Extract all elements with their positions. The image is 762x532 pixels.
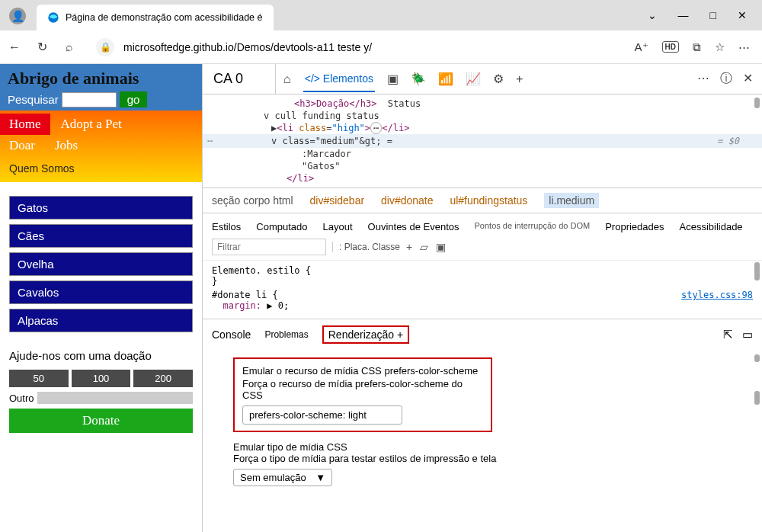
more-icon[interactable]: ⋯ bbox=[738, 40, 750, 54]
flex-icon[interactable]: ▱ bbox=[420, 241, 428, 253]
styles-body[interactable]: Elemento. estilo {} styles.css:98 #donat… bbox=[203, 261, 762, 319]
lock-icon: 🔒 bbox=[96, 38, 114, 56]
url-text: microsoftedge.github.io/Demos/devtools-a… bbox=[123, 41, 372, 53]
hd-icon[interactable]: HD bbox=[662, 41, 679, 53]
color-scheme-select[interactable]: prefers-color-scheme: light bbox=[242, 405, 402, 425]
browser-tab[interactable]: Página de demonstração com acessibilidad… bbox=[37, 5, 274, 30]
refresh-button[interactable]: ↻ bbox=[34, 40, 50, 54]
list-item[interactable]: Cavalos bbox=[9, 280, 193, 304]
help-icon[interactable]: ⓘ bbox=[720, 71, 732, 87]
home-icon[interactable]: ⌂ bbox=[283, 72, 291, 86]
network-icon[interactable]: 📶 bbox=[438, 72, 453, 86]
tab-console[interactable]: Console bbox=[212, 328, 251, 341]
nav-adopt[interactable]: Adopt a Pet bbox=[52, 114, 131, 135]
nav-home[interactable]: Home bbox=[0, 114, 50, 135]
nav-doar[interactable]: Doar bbox=[0, 135, 44, 156]
scrollbar-thumb[interactable] bbox=[754, 391, 760, 405]
tab-propriedades[interactable]: Propriedades bbox=[605, 221, 664, 232]
breadcrumb[interactable]: seção corpo html div#sidebar div#donate … bbox=[203, 187, 762, 213]
favorite-icon[interactable]: ☆ bbox=[715, 40, 725, 54]
outro-label: Outro bbox=[9, 393, 34, 404]
outro-input[interactable] bbox=[37, 392, 193, 404]
emulate-label: Emular o recurso de mídia CSS prefers-co… bbox=[242, 365, 483, 377]
plus-icon[interactable]: + bbox=[406, 241, 412, 253]
search-icon[interactable]: ⌕ bbox=[61, 40, 78, 54]
window-controls: ⌄ — □ ✕ bbox=[648, 9, 762, 30]
minimize-button[interactable]: — bbox=[678, 9, 689, 21]
scrollbar-thumb[interactable] bbox=[754, 98, 760, 108]
css-link[interactable]: styles.css:98 bbox=[681, 290, 753, 300]
media-type-desc: Força o tipo de mídia para testar estilo… bbox=[233, 453, 747, 464]
gear-icon[interactable]: ⚙ bbox=[493, 72, 504, 86]
list-item[interactable]: Ovelha bbox=[9, 252, 193, 276]
prefers-color-scheme-section: Emular o recurso de mídia CSS prefers-co… bbox=[233, 357, 492, 432]
scrollbar-thumb[interactable] bbox=[754, 262, 760, 280]
tab-dom-breakpoints[interactable]: Pontos de interrupção do DOM bbox=[475, 221, 591, 232]
page-content: Abrigo de animais Pesquisar go Home Adop… bbox=[0, 64, 202, 532]
nav-jobs[interactable]: Jobs bbox=[46, 135, 87, 156]
tab-acessibilidade[interactable]: Acessibilidade bbox=[680, 221, 743, 232]
category-list: Gatos Cães Ovelha Cavalos Alpacas bbox=[0, 182, 202, 340]
chevron-down-icon: ▼ bbox=[315, 472, 325, 483]
placa-classe[interactable]: : Placa. Classe bbox=[332, 242, 400, 252]
filter-input[interactable] bbox=[212, 239, 326, 255]
chevron-down-icon[interactable]: ⌄ bbox=[648, 9, 657, 21]
go-button[interactable]: go bbox=[120, 91, 148, 107]
maximize-button[interactable]: □ bbox=[710, 9, 716, 21]
list-item[interactable]: Gatos bbox=[9, 196, 193, 220]
collections-icon[interactable]: ⧉ bbox=[693, 40, 701, 54]
donate-200[interactable]: 200 bbox=[133, 370, 193, 387]
tab-renderizacao[interactable]: Renderização + bbox=[322, 325, 409, 344]
donate-button[interactable]: Donate bbox=[9, 409, 193, 433]
performance-icon[interactable]: 📈 bbox=[466, 72, 481, 86]
profile-avatar[interactable]: 👤 bbox=[9, 8, 26, 24]
donate-heading: Ajude-nos com uma doação bbox=[9, 349, 193, 362]
panel-icon[interactable]: ▭ bbox=[742, 328, 753, 341]
media-type-select[interactable]: Sem emulação▼ bbox=[233, 469, 332, 486]
tab-computado[interactable]: Computado bbox=[256, 221, 307, 232]
app-icon[interactable]: ▣ bbox=[387, 72, 399, 86]
devtools-panel: CA 0 ⌂ </> Elementos ▣ 🪲 📶 📈 ⚙ + ⋯ ⓘ ✕ <… bbox=[202, 64, 762, 532]
plus-icon[interactable]: + bbox=[516, 72, 523, 86]
dock-icon[interactable]: ⇱ bbox=[723, 328, 733, 341]
back-button[interactable]: ← bbox=[6, 40, 23, 54]
titlebar: 👤 Página de demonstração com acessibilid… bbox=[0, 0, 762, 30]
donate-100[interactable]: 100 bbox=[72, 370, 131, 387]
edge-icon bbox=[47, 11, 59, 24]
force-label: Força o recurso de mídia prefers-color-s… bbox=[242, 378, 483, 401]
more-icon[interactable]: ⋯ bbox=[697, 71, 709, 87]
tab-layout[interactable]: Layout bbox=[323, 221, 353, 232]
tab-ouvintes[interactable]: Ouvintes de Eventos bbox=[368, 221, 459, 232]
address-bar[interactable]: 🔒 microsoftedge.github.io/Demos/devtools… bbox=[88, 36, 624, 59]
search-input[interactable] bbox=[62, 92, 117, 107]
tab-problemas[interactable]: Problemas bbox=[264, 329, 308, 340]
rendering-panel: Emular o recurso de mídia CSS prefers-co… bbox=[203, 350, 762, 489]
list-item[interactable]: Alpacas bbox=[9, 309, 193, 332]
dots-icon[interactable]: ⋯ bbox=[207, 136, 213, 146]
scrollbar-thumb[interactable] bbox=[754, 354, 760, 362]
bug-icon[interactable]: 🪲 bbox=[411, 72, 426, 86]
dom-tree[interactable]: <h3>Doação</h3> Status v cull funding st… bbox=[203, 95, 762, 187]
tab-estilos[interactable]: Estilos bbox=[212, 221, 241, 232]
list-item[interactable]: Cães bbox=[9, 224, 193, 248]
media-type-label: Emular tipo de mídia CSS bbox=[233, 441, 747, 453]
nav-quem[interactable]: Quem Somos bbox=[0, 156, 202, 176]
tab-elements[interactable]: </> Elementos bbox=[303, 66, 375, 92]
ca-badge[interactable]: CA 0 bbox=[203, 64, 276, 94]
close-button[interactable]: ✕ bbox=[738, 9, 747, 21]
tab-title: Página de demonstração com acessibilidad… bbox=[66, 12, 263, 23]
box-icon[interactable]: ▣ bbox=[436, 241, 446, 253]
close-devtools[interactable]: ✕ bbox=[743, 71, 753, 87]
read-aloud-icon[interactable]: A⁺ bbox=[635, 40, 648, 54]
styles-tabs: Estilos Computado Layout Ouvintes de Eve… bbox=[203, 213, 762, 239]
browser-toolbar: ← ↻ ⌕ 🔒 microsoftedge.github.io/Demos/de… bbox=[0, 30, 762, 64]
search-label: Pesquisar bbox=[8, 93, 59, 106]
drawer-tabs: Console Problemas Renderização + ⇱ ▭ bbox=[203, 319, 762, 350]
page-title: Abrigo de animais bbox=[8, 69, 194, 88]
main-nav: Home Adopt a Pet Doar Jobs Quem Somos bbox=[0, 111, 202, 182]
donate-50[interactable]: 50 bbox=[9, 370, 69, 387]
